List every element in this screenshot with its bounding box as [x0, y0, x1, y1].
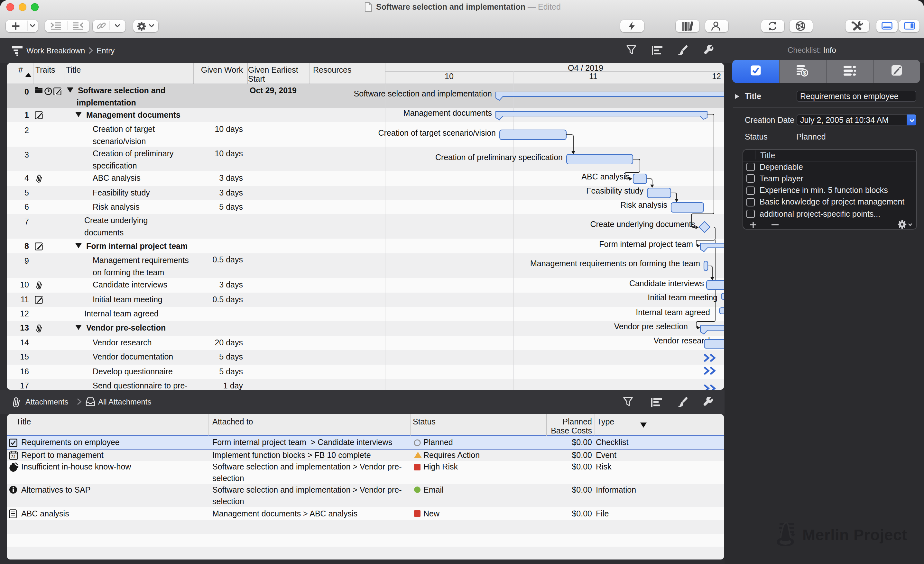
svg-text:$: $: [803, 70, 806, 76]
svg-text:31: 31: [11, 454, 16, 459]
